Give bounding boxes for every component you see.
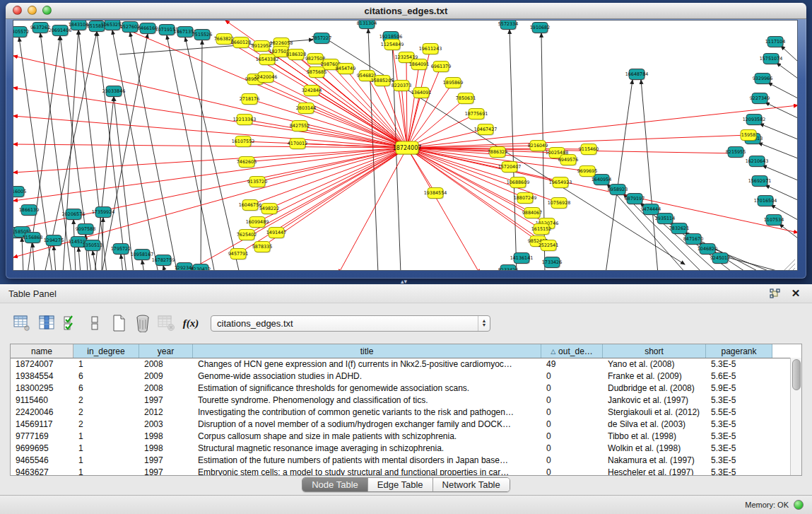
zoom-button[interactable]: [42, 6, 52, 15]
table-cell-name[interactable]: 9463627: [11, 467, 73, 476]
network-node[interactable]: 1364091: [411, 88, 431, 99]
network-node[interactable]: 9097588: [76, 224, 95, 235]
table-cell-in_degree[interactable]: 1: [73, 467, 139, 476]
network-node[interactable]: 1895869: [443, 78, 463, 89]
table-cell-in_degree[interactable]: 6: [73, 383, 139, 393]
table-cell-year[interactable]: 2003: [139, 419, 193, 429]
network-node[interactable]: 7857227: [312, 33, 331, 45]
network-node[interactable]: 2522541: [539, 240, 558, 252]
table-cell-year[interactable]: 1997: [139, 467, 193, 476]
network-node[interactable]: 8216049: [528, 141, 548, 152]
network-node[interactable]: 15751074: [760, 54, 783, 65]
network-node[interactable]: 5498222: [259, 204, 279, 215]
new-table-icon[interactable]: [109, 313, 129, 334]
table-cell-name[interactable]: 9699695: [11, 443, 73, 453]
network-node[interactable]: 6949576: [558, 155, 578, 166]
table-vertical-scrollbar[interactable]: [790, 358, 801, 475]
column-header-year[interactable]: year: [139, 344, 193, 358]
network-node[interactable]: 18775691: [465, 109, 488, 120]
close-panel-icon[interactable]: ✕: [788, 287, 804, 300]
tab-network-table[interactable]: Network Table: [433, 478, 510, 491]
table-cell-year[interactable]: 1998: [139, 443, 193, 453]
network-node[interactable]: 9884067: [522, 208, 542, 219]
network-node[interactable]: 8427552: [290, 121, 310, 132]
network-node[interactable]: 1843104: [69, 21, 88, 31]
network-node[interactable]: 7515526: [192, 30, 212, 41]
table-cell-out_degree[interactable]: 0: [541, 467, 603, 476]
network-node[interactable]: 2935114: [655, 214, 675, 225]
network-node[interactable]: 5875685: [307, 67, 326, 78]
table-cell-year[interactable]: 2009: [139, 371, 193, 381]
selection-mode-icon[interactable]: [85, 313, 105, 334]
table-cell-year[interactable]: 2012: [139, 407, 193, 417]
table-cell-name[interactable]: 14569117: [11, 419, 73, 429]
column-visibility-icon[interactable]: [37, 313, 57, 334]
table-cell-name[interactable]: 18300295: [11, 383, 73, 393]
table-cell-out_degree[interactable]: 0: [541, 371, 603, 381]
network-node[interactable]: 9227349: [750, 93, 770, 105]
table-cell-short[interactable]: Dudbridge et al. (2008): [603, 383, 706, 393]
network-node[interactable]: 10958167: [131, 250, 154, 261]
table-cell-year[interactable]: 1997: [139, 395, 193, 405]
table-cell-out_degree[interactable]: 0: [541, 407, 603, 417]
table-cell-short[interactable]: de Silva et al. (2003): [603, 419, 706, 429]
network-node[interactable]: 6879197: [625, 194, 645, 205]
network-node[interactable]: 1107534: [764, 215, 784, 226]
network-node[interactable]: 19611243: [419, 44, 442, 55]
network-node[interactable]: 16046756: [239, 200, 262, 211]
table-row[interactable]: 977716911998Corpus callosum shape and si…: [11, 430, 791, 442]
table-cell-pagerank[interactable]: 5.3E-5: [706, 431, 772, 441]
network-node[interactable]: 16099489: [246, 217, 269, 228]
table-cell-pagerank[interactable]: 5.3E-5: [706, 419, 772, 429]
network-node[interactable]: 1156868: [23, 233, 42, 244]
table-row[interactable]: 1872400712008Changes of HCN gene express…: [11, 358, 791, 370]
table-cell-out_degree[interactable]: 49: [541, 359, 603, 369]
network-node[interactable]: 15720407: [498, 162, 522, 173]
table-cell-out_degree[interactable]: 0: [541, 419, 603, 429]
network-window-titlebar[interactable]: citations_edges.txt: [6, 3, 806, 19]
network-node[interactable]: 1733426: [542, 257, 562, 269]
network-node[interactable]: 19384554: [424, 188, 447, 199]
table-cell-name[interactable]: 22420046: [11, 407, 73, 417]
table-cell-name[interactable]: 9777169: [11, 431, 73, 441]
table-cell-pagerank[interactable]: 5.9E-5: [706, 383, 772, 393]
network-node[interactable]: 7832621: [669, 223, 689, 235]
table-cell-year[interactable]: 2008: [139, 359, 193, 369]
table-cell-title[interactable]: Embryonic stem cells: a model to study s…: [193, 467, 541, 476]
network-node[interactable]: 8454749: [336, 64, 355, 75]
table-cell-short[interactable]: Nakamura et al. (1997): [603, 455, 706, 465]
memory-status-indicator[interactable]: [794, 500, 804, 510]
network-node[interactable]: 1350513: [83, 240, 102, 252]
network-node[interactable]: 12213363: [233, 115, 257, 126]
function-builder-icon[interactable]: f(x): [181, 313, 201, 334]
table-row[interactable]: 2242004622012Investigating the contribut…: [11, 406, 791, 418]
table-row[interactable]: 1830029562008Estimation of significance …: [11, 382, 791, 394]
table-cell-in_degree[interactable]: 1: [73, 431, 139, 441]
table-cell-short[interactable]: Franke et al. (2009): [603, 371, 706, 381]
table-cell-pagerank[interactable]: 5.3E-5: [706, 455, 772, 465]
column-header-pagerank[interactable]: pagerank: [706, 344, 772, 358]
network-node[interactable]: 1615152: [531, 224, 551, 235]
table-row[interactable]: 1938455462009Genome-wide association stu…: [11, 370, 791, 382]
network-node[interactable]: 9245012: [710, 253, 730, 264]
network-node[interactable]: 8958923: [608, 185, 628, 196]
network-node[interactable]: 9115460: [579, 144, 599, 156]
network-node[interactable]: 7462605: [237, 157, 257, 168]
network-node[interactable]: 1910682: [530, 23, 550, 34]
table-cell-title[interactable]: Investigating the contribution of common…: [193, 407, 541, 417]
table-row[interactable]: 911546021997Tourette syndrome. Phenomeno…: [11, 394, 791, 406]
table-cell-title[interactable]: Disruption of a novel member of a sodium…: [193, 419, 541, 429]
table-cell-year[interactable]: 1997: [139, 455, 193, 465]
table-cell-in_degree[interactable]: 6: [73, 371, 139, 381]
table-row[interactable]: 969969511998Structural magnetic resonanc…: [11, 442, 791, 454]
network-node[interactable]: 8215955: [726, 147, 746, 158]
network-node[interactable]: 5878335: [252, 242, 272, 253]
table-cell-short[interactable]: Hescheler et al. (1997): [603, 467, 706, 476]
table-cell-out_degree[interactable]: 0: [541, 383, 603, 393]
network-node[interactable]: 17016504: [754, 196, 777, 207]
network-node[interactable]: 15692971: [748, 176, 772, 187]
network-node[interactable]: 4170012: [288, 139, 307, 150]
network-node[interactable]: 7850631: [456, 93, 476, 105]
table-cell-short[interactable]: Wolkin et al. (1998): [603, 443, 706, 453]
network-node[interactable]: 9637262: [30, 23, 50, 34]
